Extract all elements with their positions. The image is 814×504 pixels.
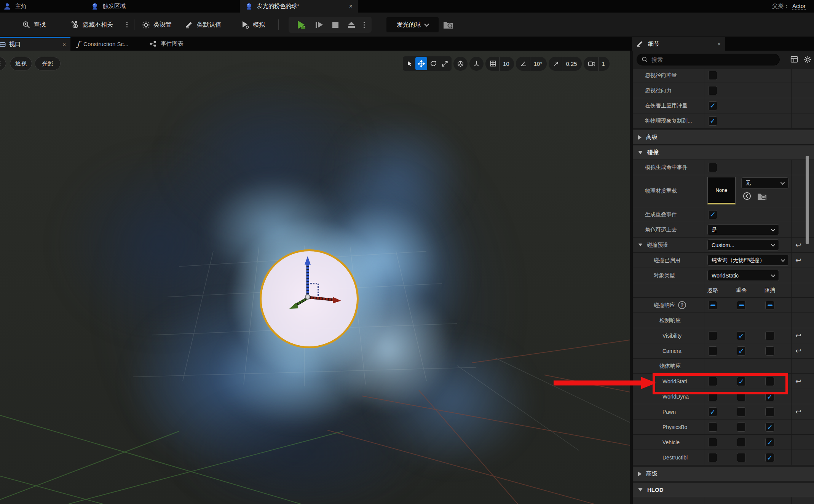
- asset-dropdown[interactable]: 发光的球: [386, 17, 439, 32]
- checkbox-ignore[interactable]: [708, 377, 717, 386]
- browse-to-asset-button[interactable]: [443, 20, 453, 29]
- reset-to-default-button[interactable]: ↩: [795, 241, 801, 249]
- perspective-button[interactable]: 透视: [10, 57, 32, 70]
- checkbox-ignore[interactable]: [708, 438, 717, 447]
- checkbox-overlap[interactable]: [737, 346, 746, 356]
- eject-button[interactable]: [347, 21, 356, 29]
- checkbox[interactable]: [708, 116, 717, 126]
- collision-enabled-dropdown[interactable]: 纯查询（无物理碰撞）: [707, 255, 789, 266]
- checkbox-block[interactable]: [765, 392, 774, 401]
- checkbox-overlap[interactable]: [737, 453, 746, 462]
- checkbox-overlap[interactable]: [737, 392, 746, 401]
- surface-snapping-button[interactable]: [469, 57, 484, 71]
- checkbox-ignore-all[interactable]: [708, 301, 717, 310]
- grid-snap-control[interactable]: 10: [485, 57, 514, 71]
- tab-details[interactable]: 细节 ×: [632, 37, 725, 51]
- doc-tab-trigger-zone[interactable]: 触发区域: [88, 0, 239, 13]
- rotate-tool-button[interactable]: [427, 57, 439, 70]
- 3d-viewport[interactable]: 透视 光照 10 10°: [0, 51, 630, 504]
- category-advanced[interactable]: 高级: [633, 130, 814, 145]
- world-local-space-button[interactable]: [453, 57, 468, 71]
- stop-button[interactable]: [332, 21, 339, 29]
- scale-tool-button[interactable]: [439, 57, 451, 70]
- checkbox[interactable]: [708, 86, 717, 95]
- can-step-up-on-dropdown[interactable]: 是: [707, 224, 779, 235]
- rotation-snap-value[interactable]: 10°: [530, 57, 547, 71]
- tab-viewport[interactable]: 视口 ×: [0, 37, 70, 51]
- play-button[interactable]: [296, 20, 306, 30]
- checkbox-overlap[interactable]: [737, 423, 746, 432]
- doc-tab-main-character[interactable]: 主角: [0, 0, 88, 13]
- checkbox-overlap-all[interactable]: [737, 301, 746, 310]
- object-type-dropdown[interactable]: WorldStatic: [707, 270, 779, 281]
- checkbox-block[interactable]: [765, 377, 774, 386]
- hide-unrelated-button[interactable]: 隐藏不相关: [70, 17, 113, 32]
- tab-event-graph[interactable]: 事件图表: [145, 37, 205, 51]
- close-icon[interactable]: ×: [62, 41, 66, 48]
- search-input[interactable]: [651, 56, 766, 63]
- checkbox-ignore[interactable]: [708, 453, 717, 462]
- class-defaults-button[interactable]: 类默认值: [185, 17, 221, 32]
- checkbox-ignore[interactable]: [708, 392, 717, 401]
- frame-skip-button[interactable]: [314, 21, 324, 29]
- reset-to-default-button[interactable]: ↩: [795, 407, 801, 416]
- collision-preset-dropdown[interactable]: Custom...: [707, 239, 779, 250]
- checkbox-block[interactable]: [765, 346, 774, 356]
- category-collision[interactable]: 碰撞: [633, 145, 814, 160]
- checkbox[interactable]: [708, 71, 717, 80]
- parent-class-link[interactable]: Actor: [792, 3, 806, 10]
- checkbox-overlap[interactable]: [737, 438, 746, 447]
- checkbox-block[interactable]: [765, 423, 774, 432]
- reset-to-default-button[interactable]: ↩: [795, 256, 801, 265]
- play-options-icon[interactable]: [364, 22, 365, 28]
- panel-splitter[interactable]: [630, 51, 633, 504]
- checkbox[interactable]: [708, 101, 717, 110]
- help-icon[interactable]: ?: [678, 301, 686, 309]
- simulate-button[interactable]: 模拟: [241, 17, 265, 32]
- camera-speed-control[interactable]: 1: [584, 57, 610, 71]
- details-scrollbar[interactable]: [806, 156, 809, 244]
- category-advanced-collision[interactable]: 高级: [633, 467, 814, 481]
- select-tool-button[interactable]: [404, 57, 415, 70]
- checkbox-block[interactable]: [765, 331, 774, 340]
- browse-to-asset-icon[interactable]: [757, 192, 767, 201]
- display-filter-button[interactable]: [790, 55, 799, 64]
- close-icon[interactable]: ×: [717, 41, 721, 47]
- hide-unrelated-options-icon[interactable]: [126, 22, 128, 27]
- asset-thumbnail[interactable]: None: [707, 177, 736, 204]
- use-selected-asset-icon[interactable]: [742, 191, 752, 201]
- checkbox-block[interactable]: [765, 453, 774, 462]
- checkbox-overlap[interactable]: [737, 407, 746, 416]
- checkbox-ignore[interactable]: [708, 407, 717, 416]
- translate-gizmo[interactable]: [271, 241, 347, 317]
- checkbox-overlap[interactable]: [737, 331, 746, 340]
- tab-construction-script[interactable]: ƒ Construction Sc...: [72, 37, 142, 51]
- scale-snap-control[interactable]: 0.25: [549, 57, 581, 71]
- camera-speed-value[interactable]: 1: [598, 57, 610, 71]
- category-hlod[interactable]: HLOD: [633, 483, 814, 497]
- checkbox-ignore[interactable]: [708, 346, 717, 356]
- checkbox[interactable]: [708, 163, 717, 172]
- reset-to-default-button[interactable]: ↩: [795, 377, 801, 386]
- scale-snap-value[interactable]: 0.25: [562, 57, 581, 71]
- details-search[interactable]: [637, 54, 780, 65]
- rotation-snap-control[interactable]: 10°: [516, 57, 547, 71]
- move-tool-button[interactable]: [415, 57, 427, 70]
- checkbox-block-all[interactable]: [765, 301, 774, 310]
- reset-to-default-button[interactable]: ↩: [795, 331, 801, 340]
- lit-mode-button[interactable]: 光照: [35, 57, 61, 70]
- checkbox-block[interactable]: [765, 438, 774, 447]
- phys-material-dropdown[interactable]: 无: [741, 177, 788, 189]
- checkbox-overlap[interactable]: [737, 377, 746, 386]
- find-button[interactable]: 查找: [22, 17, 46, 32]
- chevron-down-icon[interactable]: [638, 244, 642, 247]
- close-icon[interactable]: ×: [349, 3, 353, 10]
- checkbox-block[interactable]: [765, 407, 774, 416]
- doc-tab-glowing-pink-ball[interactable]: 发光的粉色的球* ×: [240, 0, 358, 13]
- grid-snap-value[interactable]: 10: [499, 57, 514, 71]
- checkbox-ignore[interactable]: [708, 423, 717, 432]
- checkbox-ignore[interactable]: [708, 331, 717, 340]
- class-settings-button[interactable]: 类设置: [142, 17, 172, 32]
- checkbox[interactable]: [708, 210, 717, 219]
- details-settings-button[interactable]: [803, 55, 812, 64]
